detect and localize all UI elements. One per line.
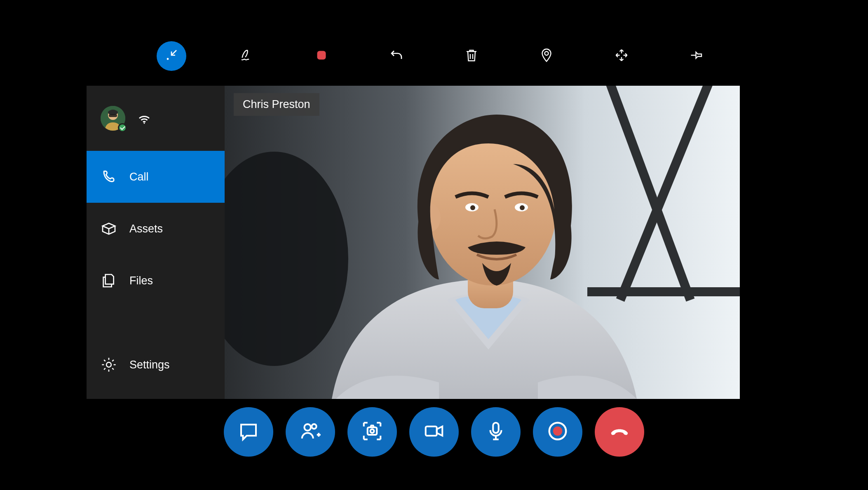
nav-label: Settings — [129, 359, 170, 371]
ink-button[interactable] — [232, 41, 261, 71]
call-controls — [0, 407, 868, 457]
nav-list: Call Assets — [87, 151, 225, 307]
assets-icon — [101, 220, 117, 237]
svg-rect-24 — [426, 427, 437, 436]
nav-item-assets[interactable]: Assets — [87, 203, 225, 255]
svg-rect-5 — [109, 114, 117, 117]
files-icon — [101, 272, 117, 289]
pin-icon — [689, 48, 704, 64]
svg-point-0 — [167, 58, 169, 60]
svg-rect-25 — [493, 423, 499, 433]
location-button[interactable] — [532, 41, 561, 71]
nav-label: Call — [129, 171, 149, 183]
svg-point-27 — [553, 427, 563, 436]
video-button[interactable] — [409, 407, 459, 457]
presence-online-icon — [118, 123, 127, 132]
hangup-icon — [608, 420, 631, 444]
gear-icon — [101, 356, 117, 373]
annotation-toolbar — [0, 41, 868, 71]
nav-item-call[interactable]: Call — [87, 151, 225, 203]
participant-name-tag: Chris Preston — [234, 93, 319, 116]
add-participant-icon — [299, 420, 321, 444]
ink-icon — [239, 48, 254, 64]
move-icon — [614, 48, 629, 64]
svg-point-18 — [470, 205, 475, 210]
svg-rect-1 — [317, 51, 326, 60]
main-panel: Call Assets — [87, 86, 740, 399]
participant-name: Chris Preston — [243, 98, 310, 110]
minimize-button[interactable] — [157, 41, 186, 71]
chat-icon — [237, 420, 260, 444]
nav-item-settings[interactable]: Settings — [87, 339, 225, 391]
delete-icon — [464, 48, 479, 64]
video-icon — [423, 420, 445, 444]
location-icon — [539, 48, 554, 64]
camera-capture-button[interactable] — [347, 407, 397, 457]
svg-point-2 — [545, 52, 549, 55]
wifi-icon — [137, 111, 152, 126]
nav-label: Files — [129, 274, 153, 287]
undo-icon — [389, 48, 404, 64]
move-button[interactable] — [607, 41, 636, 71]
sidebar: Call Assets — [87, 86, 225, 399]
hangup-button[interactable] — [595, 407, 644, 457]
svg-point-6 — [144, 123, 145, 124]
avatar[interactable] — [101, 106, 125, 131]
nav-item-files[interactable]: Files — [87, 255, 225, 307]
camera-capture-icon — [361, 420, 383, 444]
video-feed: Chris Preston — [225, 86, 740, 399]
pin-button[interactable] — [682, 41, 711, 71]
svg-point-20 — [304, 424, 311, 431]
svg-point-21 — [312, 424, 316, 429]
record-icon — [547, 420, 569, 444]
stop-shape-icon — [314, 48, 329, 64]
record-button[interactable] — [533, 407, 582, 457]
phone-icon — [101, 169, 117, 185]
chat-button[interactable] — [224, 407, 273, 457]
svg-point-19 — [520, 205, 525, 210]
undo-button[interactable] — [382, 41, 411, 71]
minimize-icon — [164, 48, 179, 64]
microphone-icon — [485, 420, 507, 444]
microphone-button[interactable] — [471, 407, 521, 457]
nav-label: Assets — [129, 223, 163, 235]
add-participant-button[interactable] — [286, 407, 335, 457]
delete-button[interactable] — [457, 41, 486, 71]
profile-area — [87, 86, 225, 151]
stop-shape-button[interactable] — [307, 41, 336, 71]
remote-video-image — [225, 86, 740, 399]
svg-point-7 — [106, 362, 111, 367]
svg-point-23 — [371, 429, 374, 433]
